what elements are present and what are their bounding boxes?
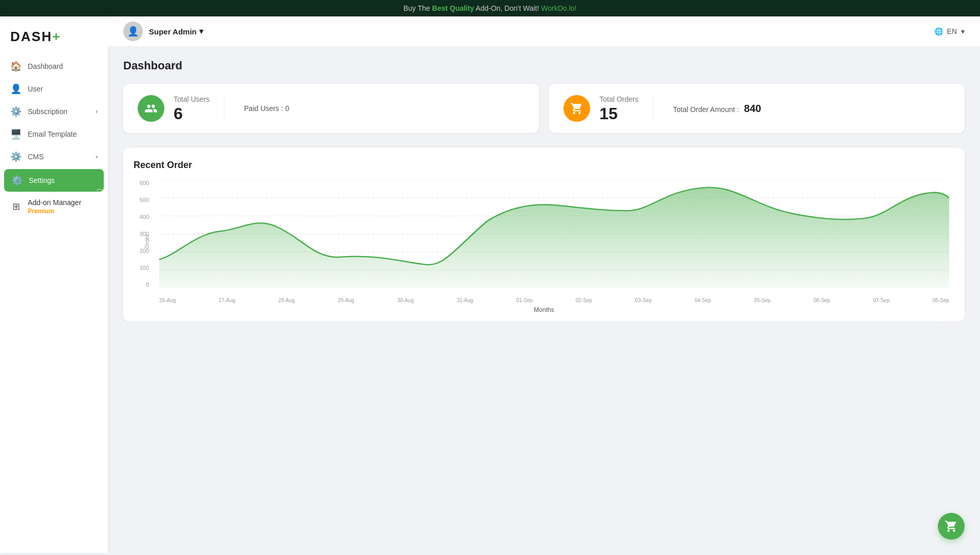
addon-title: Add-on Manager <box>28 198 81 207</box>
chart-container: Order 0 100 200 300 400 500 600 <box>134 180 954 303</box>
sidebar-label-settings: Settings <box>29 176 55 184</box>
sidebar-item-settings[interactable]: ⚙️ Settings ☞ <box>4 169 104 192</box>
x-axis-labels: 26-Aug 27-Aug 28-Aug 29-Aug 30-Aug 31-Au… <box>159 298 949 303</box>
header: 👤 Super Admin ▾ 🌐 EN ▾ <box>108 16 980 47</box>
orders-stat-card: Total Orders 15 Total Order Amount : 840 <box>549 84 965 133</box>
admin-name-label: Super Admin <box>149 27 197 36</box>
users-stat-info: Total Users 6 <box>174 95 210 122</box>
orders-count: 15 <box>599 105 638 122</box>
sidebar-label-user: User <box>28 85 43 93</box>
lang-selector[interactable]: 🌐 EN ▾ <box>934 27 965 35</box>
orders-divider <box>653 96 653 121</box>
sidebar-item-cms[interactable]: ⚙️ CMS › <box>0 145 108 168</box>
page-title: Dashboard <box>123 59 965 72</box>
sidebar-item-user[interactable]: 👤 User <box>0 78 108 100</box>
float-cart-button[interactable] <box>938 513 965 540</box>
sidebar-label-dashboard: Dashboard <box>28 62 63 70</box>
email-template-icon: 🖥️ <box>10 128 22 140</box>
banner-text-after: Add-On, Don't Wait! <box>474 4 541 12</box>
sidebar-item-email-template[interactable]: 🖥️ Email Template <box>0 123 108 145</box>
subscription-chevron: › <box>96 108 98 115</box>
user-icon: 👤 <box>10 83 22 95</box>
content-area: Dashboard Total Users 6 Paid Users : <box>108 47 980 553</box>
sidebar-label-email-template: Email Template <box>28 130 77 138</box>
banner-best: Best Quality <box>432 4 474 12</box>
users-divider <box>224 96 224 121</box>
sidebar-item-addon-manager[interactable]: ⊞ Add-on Manager Premium <box>0 193 108 220</box>
banner-text-before: Buy The <box>403 4 432 12</box>
x-axis-title: Months <box>134 306 954 313</box>
settings-icon: ⚙️ <box>11 175 23 186</box>
sidebar-item-dashboard[interactable]: 🏠 Dashboard <box>0 55 108 78</box>
cms-chevron: › <box>96 153 98 160</box>
banner-workdo: WorkDo.lo! <box>541 4 577 12</box>
chart-svg-area <box>159 180 949 288</box>
sidebar-item-subscription[interactable]: ⚙️ Subscription › <box>0 100 108 123</box>
dashboard-icon: 🏠 <box>10 61 22 72</box>
cms-icon: ⚙️ <box>10 151 22 162</box>
users-count: 6 <box>174 105 210 122</box>
logo: DASH+ <box>0 22 108 55</box>
order-amount-value: 840 <box>744 103 761 114</box>
avatar: 👤 <box>123 22 143 41</box>
top-banner: Buy The Best Quality Add-On, Don't Wait!… <box>0 0 980 16</box>
admin-dropdown[interactable]: Super Admin ▾ <box>149 27 203 36</box>
sidebar: DASH+ 🏠 Dashboard 👤 User ⚙️ Subscription… <box>0 16 108 553</box>
sidebar-label-subscription: Subscription <box>28 107 67 116</box>
paid-users-label: Paid Users : 0 <box>244 104 289 113</box>
order-amount-label: Total Order Amount : 840 <box>673 103 761 115</box>
admin-chevron: ▾ <box>199 27 203 36</box>
users-stat-card: Total Users 6 Paid Users : 0 <box>123 84 539 133</box>
users-label: Total Users <box>174 95 210 103</box>
addon-sub: Premium <box>28 208 81 215</box>
chart-title: Recent Order <box>134 160 954 171</box>
lang-chevron: ▾ <box>961 27 965 35</box>
main-content: 👤 Super Admin ▾ 🌐 EN ▾ Dashboard <box>108 16 980 553</box>
sidebar-label-cms: CMS <box>28 153 44 161</box>
chart-section: Recent Order Order 0 100 200 300 400 500… <box>123 147 965 322</box>
orders-stat-icon <box>563 95 590 122</box>
subscription-icon: ⚙️ <box>10 106 22 117</box>
addon-icon: ⊞ <box>10 201 22 212</box>
orders-label: Total Orders <box>599 95 638 103</box>
globe-icon: 🌐 <box>934 27 943 35</box>
header-left: 👤 Super Admin ▾ <box>123 22 203 41</box>
lang-label: EN <box>947 27 957 35</box>
users-stat-icon <box>138 95 164 122</box>
stat-cards: Total Users 6 Paid Users : 0 Total Order… <box>123 84 965 133</box>
y-labels: 0 100 200 300 400 500 600 <box>134 180 152 288</box>
orders-stat-info: Total Orders 15 <box>599 95 638 122</box>
